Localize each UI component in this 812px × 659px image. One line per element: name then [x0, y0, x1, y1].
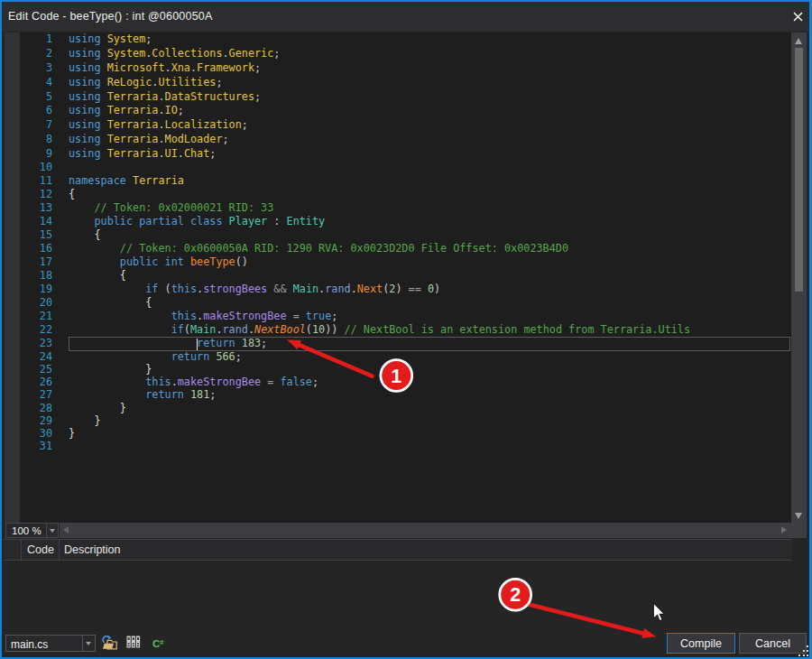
code-line-text: using System.Collections.Generic;	[69, 47, 280, 60]
column-separator[interactable]	[21, 540, 22, 561]
code-token: // Token: 0x02000021 RID: 33	[94, 201, 273, 214]
code-line[interactable]: 27 return 181;	[20, 388, 791, 402]
column-separator[interactable]	[59, 540, 60, 561]
code-line[interactable]: 20 {	[20, 296, 791, 310]
code-line[interactable]: 10	[20, 161, 791, 174]
code-line[interactable]: 26 this.makeStrongBee = false;	[20, 376, 791, 389]
code-token: makeStrongBee	[178, 376, 261, 388]
code-line[interactable]: 3using Microsoft.Xna.Framework;	[20, 61, 791, 75]
code-token: .	[171, 376, 178, 388]
code-line[interactable]: 1using System;	[20, 32, 791, 46]
code-token	[101, 147, 107, 160]
code-token: =	[293, 310, 300, 322]
compile-button[interactable]: Compile	[667, 633, 735, 654]
code-line[interactable]: 16 // Token: 0x0600050A RID: 1290 RVA: 0…	[20, 242, 791, 255]
code-line[interactable]: 21 this.makeStrongBee = true;	[20, 310, 791, 323]
code-token	[69, 201, 94, 214]
code-line[interactable]: 30}	[20, 427, 791, 441]
window-border-left[interactable]	[0, 0, 2, 659]
file-dropdown-button[interactable]	[82, 636, 95, 651]
code-token	[69, 242, 120, 255]
column-header-code[interactable]: Code	[27, 543, 54, 556]
scroll-left-arrow-icon[interactable]	[63, 526, 69, 534]
code-line[interactable]: 25 }	[20, 363, 791, 376]
code-token	[69, 269, 120, 282]
code-token: Generic	[229, 47, 274, 60]
code-line[interactable]: 29 }	[20, 414, 791, 428]
code-token: ;	[178, 104, 184, 116]
code-token	[69, 376, 145, 388]
code-line-text: using Microsoft.Xna.Framework;	[69, 61, 261, 75]
code-token: }	[69, 427, 75, 440]
line-number: 16	[20, 242, 52, 255]
code-line[interactable]: 18 {	[20, 269, 791, 283]
zoom-dropdown-button[interactable]	[46, 524, 58, 537]
vertical-scrollbar-thumb[interactable]	[795, 48, 803, 292]
code-line[interactable]: 15 {	[20, 228, 791, 242]
code-token: Terraria	[107, 90, 159, 103]
csharp-file-button[interactable]: C #	[152, 636, 168, 650]
code-token: ;	[254, 90, 261, 103]
code-token	[69, 388, 145, 401]
code-line[interactable]: 22 if(Main.rand.NextBool(10)) // NextBoo…	[20, 323, 791, 337]
code-line-text: }	[69, 402, 126, 415]
code-token: Terraria	[107, 104, 159, 116]
code-token: Next	[357, 283, 383, 295]
code-token	[101, 47, 107, 60]
code-token: .	[165, 61, 171, 74]
code-line[interactable]: 24 return 566;	[20, 350, 791, 364]
code-token: namespace	[69, 174, 126, 187]
code-line[interactable]: 17 public int beeType()	[20, 255, 791, 269]
code-token: Microsoft	[107, 61, 165, 74]
code-line[interactable]: 31	[20, 440, 791, 453]
code-line[interactable]: 23 return 183;	[20, 337, 791, 350]
column-header-description[interactable]: Description	[64, 543, 121, 556]
line-number: 22	[20, 323, 52, 337]
horizontal-scrollbar[interactable]	[60, 523, 807, 538]
code-line[interactable]: 2using System.Collections.Generic;	[20, 47, 791, 60]
vertical-scrollbar[interactable]	[791, 32, 807, 523]
code-line[interactable]: 4using ReLogic.Utilities;	[20, 76, 791, 89]
code-line-text: using Terraria.ModLoader;	[69, 133, 229, 146]
code-line[interactable]: 8using Terraria.ModLoader;	[20, 133, 791, 146]
code-line[interactable]: 9using Terraria.UI.Chat;	[20, 147, 791, 161]
assembly-references-button[interactable]	[126, 636, 142, 650]
scroll-up-arrow-icon[interactable]	[795, 38, 802, 44]
code-token: ;	[145, 32, 152, 45]
code-token: .	[158, 147, 164, 160]
code-line-text: // Token: 0x0600050A RID: 1290 RVA: 0x00…	[69, 242, 568, 255]
line-number: 5	[20, 90, 52, 104]
open-file-button[interactable]	[102, 636, 117, 650]
code-token: this	[171, 310, 197, 322]
issues-list-body	[4, 562, 791, 627]
code-line[interactable]: 13 // Token: 0x02000021 RID: 33	[20, 201, 791, 215]
file-dropdown[interactable]: main.cs	[5, 635, 96, 652]
scroll-right-arrow-icon[interactable]	[781, 526, 787, 534]
title-bar[interactable]: Edit Code - beeType() : int @0600050A	[2, 2, 810, 32]
code-line[interactable]: 5using Terraria.DataStructures;	[20, 90, 791, 104]
code-line-text: return 566;	[69, 350, 242, 364]
code-line[interactable]: 11namespace Terraria	[20, 174, 791, 188]
code-token	[69, 350, 171, 363]
code-editor[interactable]: 1using System;2using System.Collections.…	[20, 32, 791, 523]
line-number: 10	[20, 161, 52, 174]
code-line[interactable]: 7using Terraria.Localization;	[20, 118, 791, 132]
close-button[interactable]	[789, 7, 807, 25]
code-line-text: this.makeStrongBee = false;	[69, 376, 318, 389]
code-line[interactable]: 19 if (this.strongBees && Main.rand.Next…	[20, 283, 791, 296]
code-token	[184, 388, 190, 401]
scroll-down-arrow-icon[interactable]	[795, 513, 802, 519]
code-token: this	[171, 283, 197, 295]
code-token: ;	[261, 337, 267, 349]
code-line[interactable]: 14 public partial class Player : Entity	[20, 215, 791, 228]
code-line-text: using System;	[69, 32, 152, 46]
cancel-button[interactable]: Cancel	[739, 633, 807, 654]
code-line[interactable]: 28 }	[20, 402, 791, 415]
line-number: 1	[20, 32, 52, 46]
code-line-text: public partial class Player : Entity	[69, 215, 325, 228]
code-line[interactable]: 6using Terraria.IO;	[20, 104, 791, 117]
code-line[interactable]: 12{	[20, 188, 791, 201]
zoom-level-combobox[interactable]: 100 %	[5, 523, 59, 538]
code-line-text: using ReLogic.Utilities;	[69, 76, 222, 89]
code-token	[69, 296, 145, 309]
